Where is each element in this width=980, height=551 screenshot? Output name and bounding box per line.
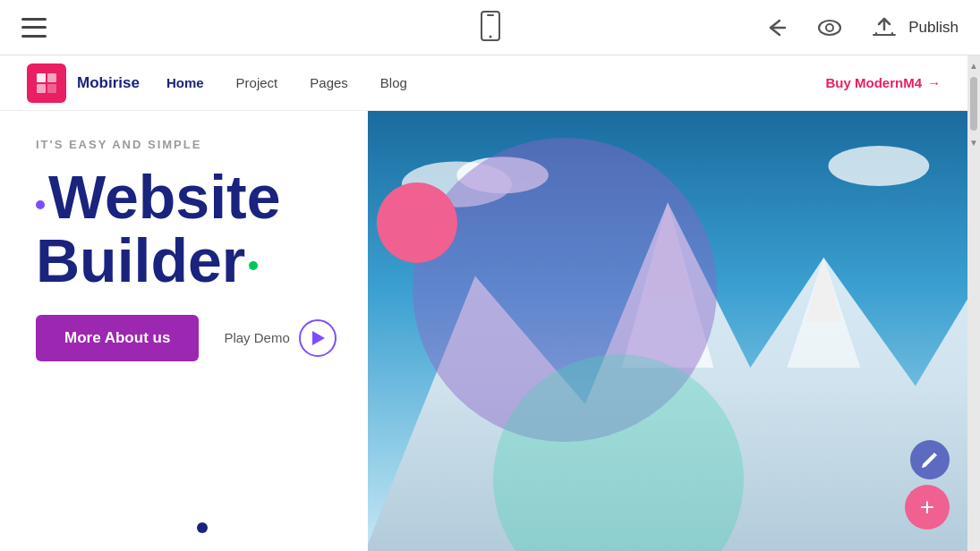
edit-fab-button[interactable]	[910, 440, 950, 479]
scrollbar[interactable]: ▲ ▼	[967, 55, 980, 551]
preview-icon[interactable]	[815, 13, 844, 42]
back-icon[interactable]	[762, 13, 790, 42]
more-about-us-button[interactable]: More About us	[36, 315, 199, 361]
buy-cta-arrow: →	[927, 75, 941, 90]
svg-rect-7	[37, 84, 46, 93]
svg-point-4	[826, 24, 833, 31]
buy-cta-label: Buy ModernM4	[825, 75, 922, 90]
add-icon: +	[920, 495, 934, 520]
site-brand: Mobirise	[77, 74, 140, 92]
svg-rect-6	[47, 73, 56, 82]
hero-tagline: IT'S EASY AND SIMPLE	[36, 138, 421, 151]
phone-view-icon[interactable]	[474, 10, 507, 46]
hero-actions: More About us Play Demo	[36, 315, 421, 361]
toolbar: Publish	[0, 0, 980, 55]
site-logo-wrap: Mobirise	[27, 64, 140, 103]
svg-point-3	[819, 21, 840, 35]
site-navbar: Mobirise Home Project Pages Blog Buy Mod…	[0, 55, 967, 111]
nav-item-project[interactable]: Project	[236, 75, 278, 90]
nav-item-home[interactable]: Home	[166, 75, 204, 90]
hero-section: IT'S EASY AND SIMPLE Website Builder Mor…	[0, 111, 967, 551]
add-fab-button[interactable]: +	[905, 485, 950, 530]
slide-dot-indicator	[197, 522, 208, 533]
hero-title-line2: Builder	[36, 226, 245, 294]
preview-area: Mobirise Home Project Pages Blog Buy Mod…	[0, 55, 967, 551]
svg-point-17	[828, 146, 929, 186]
scroll-up-arrow[interactable]: ▲	[967, 57, 980, 73]
publish-label: Publish	[908, 19, 959, 37]
hero-title-line1: Website	[48, 163, 280, 231]
hero-content: IT'S EASY AND SIMPLE Website Builder Mor…	[36, 138, 421, 361]
main-area: Mobirise Home Project Pages Blog Buy Mod…	[0, 55, 980, 551]
play-triangle-icon	[312, 331, 325, 345]
hero-title-purple-dot	[36, 200, 45, 209]
buy-cta-button[interactable]: Buy ModernM4 →	[825, 75, 941, 90]
nav-item-pages[interactable]: Pages	[310, 75, 348, 90]
svg-point-2	[489, 35, 491, 38]
hero-background	[368, 111, 967, 551]
scroll-down-arrow[interactable]: ▼	[967, 134, 980, 150]
publish-button[interactable]: Publish	[869, 10, 959, 45]
site-logo-icon	[27, 64, 66, 103]
nav-item-blog[interactable]: Blog	[380, 75, 407, 90]
svg-rect-5	[37, 73, 46, 82]
scroll-thumb[interactable]	[970, 77, 977, 131]
menu-icon[interactable]	[21, 18, 47, 38]
upload-icon	[869, 10, 899, 45]
hero-title: Website Builder	[36, 165, 421, 293]
site-nav: Home Project Pages Blog	[166, 75, 407, 90]
play-demo-button[interactable]: Play Demo	[224, 319, 336, 357]
hero-green-dot	[249, 261, 258, 270]
play-demo-label: Play Demo	[224, 330, 289, 345]
play-circle-icon	[299, 319, 337, 357]
svg-rect-8	[47, 84, 56, 93]
